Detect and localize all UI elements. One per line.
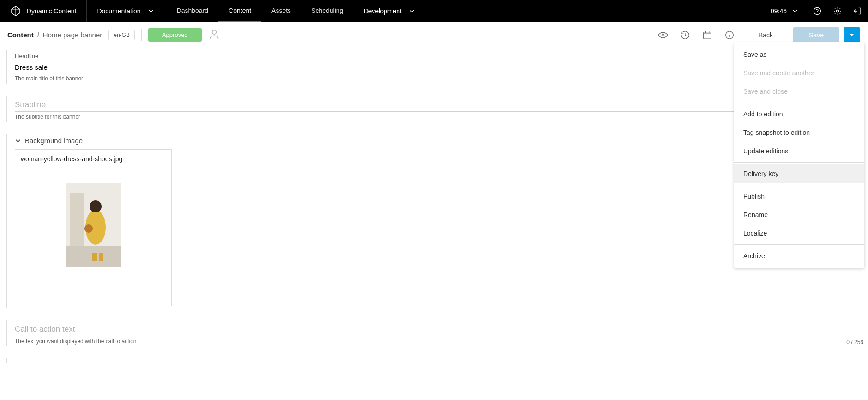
chevron-down-icon: [15, 138, 21, 144]
menu-divider: [734, 103, 864, 103]
next-block-peek: [6, 358, 863, 363]
status-badge[interactable]: Approved: [148, 28, 202, 42]
svg-rect-12: [92, 253, 97, 261]
user-icon[interactable]: [208, 28, 220, 42]
svg-rect-4: [704, 32, 711, 39]
settings-icon[interactable]: [827, 0, 848, 22]
menu-localize[interactable]: Localize: [734, 224, 864, 242]
development-label: Development: [363, 7, 402, 15]
svg-point-1: [837, 10, 839, 12]
separator: [141, 29, 142, 41]
menu-tag-snapshot[interactable]: Tag snapshot to edition: [734, 123, 864, 142]
history-icon[interactable]: [676, 26, 694, 44]
image-thumbnail: [21, 172, 166, 278]
menu-divider: [734, 162, 864, 163]
crumb-root[interactable]: Content: [7, 31, 34, 39]
nav-scheduling[interactable]: Scheduling: [301, 0, 353, 22]
crumb-separator: /: [37, 31, 39, 39]
svg-point-10: [90, 200, 102, 212]
svg-rect-13: [99, 253, 103, 261]
back-button[interactable]: Back: [743, 27, 789, 43]
clock-text: 09:46: [771, 7, 787, 15]
svg-point-3: [662, 34, 664, 36]
menu-delivery-key[interactable]: Delivery key: [734, 164, 864, 183]
menu-archive[interactable]: Archive: [734, 247, 864, 265]
brand[interactable]: Dynamic Content: [0, 0, 87, 22]
cta-char-counter: 0 / 256: [846, 339, 863, 345]
timezone-selector[interactable]: 09:46: [761, 7, 807, 15]
help-icon[interactable]: [807, 0, 827, 22]
nav-assets[interactable]: Assets: [261, 0, 301, 22]
subheader-actions: Back Save: [654, 26, 860, 44]
save-dropdown-menu: Save as Save and create another Save and…: [734, 42, 864, 268]
breadcrumb: Content / Home page banner: [7, 31, 102, 39]
topbar: Dynamic Content Documentation Dashboard …: [0, 0, 868, 22]
chevron-down-icon: [409, 8, 415, 14]
menu-publish[interactable]: Publish: [734, 187, 864, 206]
menu-rename[interactable]: Rename: [734, 206, 864, 224]
logout-icon[interactable]: [848, 0, 868, 22]
workspace-selector[interactable]: Documentation: [87, 0, 163, 22]
cta-block: The text you want displayed with the cal…: [6, 320, 863, 346]
menu-save-and-close: Save and close: [734, 82, 864, 101]
crumb-leaf: Home page banner: [43, 31, 102, 39]
save-button[interactable]: Save: [793, 27, 839, 43]
brand-text: Dynamic Content: [27, 7, 76, 15]
image-card[interactable]: woman-yellow-dress-and-shoes.jpg: [15, 149, 172, 306]
svg-point-2: [212, 30, 216, 34]
schedule-icon[interactable]: [699, 26, 716, 44]
menu-divider: [734, 185, 864, 185]
save-menu-button[interactable]: [844, 27, 860, 43]
image-filename: woman-yellow-dress-and-shoes.jpg: [21, 155, 166, 163]
info-icon[interactable]: [721, 26, 738, 44]
chevron-down-icon: [148, 8, 154, 14]
menu-save-as[interactable]: Save as: [734, 45, 864, 64]
menu-save-and-create: Save and create another: [734, 64, 864, 82]
menu-divider: [734, 244, 864, 245]
menu-add-to-edition[interactable]: Add to edition: [734, 105, 864, 123]
logo-icon: [10, 6, 21, 17]
preview-icon[interactable]: [654, 26, 672, 44]
svg-point-11: [84, 224, 93, 233]
menu-update-editions[interactable]: Update editions: [734, 142, 864, 160]
nav-content[interactable]: Content: [218, 0, 261, 22]
cta-input[interactable]: [15, 323, 837, 336]
cta-help: The text you want displayed with the cal…: [15, 338, 837, 345]
locale-pill[interactable]: en-GB: [108, 30, 135, 40]
svg-rect-8: [70, 193, 84, 246]
bg-image-label: Background image: [25, 137, 83, 145]
development-selector[interactable]: Development: [353, 7, 425, 15]
main-nav: Dashboard Content Assets Scheduling: [167, 0, 354, 22]
chevron-down-icon: [792, 8, 798, 14]
workspace-label: Documentation: [97, 7, 140, 15]
nav-dashboard[interactable]: Dashboard: [167, 0, 219, 22]
